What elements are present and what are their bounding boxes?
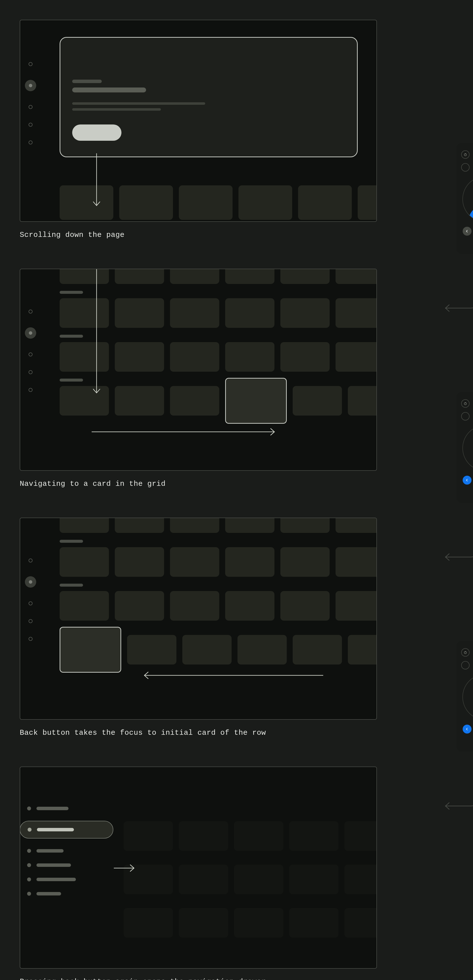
drawer-item[interactable] — [27, 849, 113, 853]
dpad[interactable] — [462, 176, 473, 222]
content-card[interactable] — [335, 591, 377, 620]
content-card[interactable] — [115, 269, 164, 284]
power-button[interactable] — [461, 150, 470, 159]
content-card — [289, 908, 338, 938]
power-button[interactable] — [461, 648, 470, 657]
dpad[interactable] — [462, 425, 473, 471]
drawer-item[interactable] — [27, 863, 113, 867]
content-card[interactable] — [115, 386, 164, 415]
content-card[interactable] — [170, 298, 219, 328]
content-card[interactable] — [115, 298, 164, 328]
content-card[interactable] — [238, 185, 292, 220]
power-button[interactable] — [461, 399, 470, 408]
hero-featured-card[interactable] — [60, 37, 358, 157]
content-card[interactable] — [335, 547, 377, 577]
nav-dot[interactable] — [29, 352, 33, 356]
content-card[interactable] — [170, 518, 219, 533]
content-card[interactable] — [60, 518, 109, 533]
nav-dot-active[interactable] — [25, 576, 36, 588]
nav-dot[interactable] — [29, 310, 33, 313]
content-card[interactable] — [335, 269, 377, 284]
generic-button[interactable] — [461, 163, 470, 172]
nav-dot[interactable] — [29, 619, 33, 623]
content-card[interactable] — [280, 591, 330, 620]
generic-button[interactable] — [461, 412, 470, 420]
content-card[interactable] — [335, 298, 377, 328]
content-card[interactable] — [170, 386, 219, 415]
content-grid — [60, 269, 377, 424]
content-card[interactable] — [127, 635, 176, 665]
hero-title-placeholder — [72, 88, 146, 92]
drawer-item-selected[interactable] — [20, 821, 113, 838]
content-card[interactable] — [280, 298, 330, 328]
content-card[interactable] — [60, 298, 109, 328]
back-button[interactable] — [463, 227, 471, 235]
content-card[interactable] — [115, 518, 164, 533]
back-button-highlighted[interactable] — [463, 476, 471, 485]
content-card[interactable] — [335, 342, 377, 372]
content-card[interactable] — [60, 185, 113, 220]
content-card[interactable] — [298, 185, 352, 220]
nav-dot[interactable] — [29, 558, 33, 562]
content-card[interactable] — [280, 518, 330, 533]
nav-dot[interactable] — [29, 601, 33, 605]
content-card[interactable] — [293, 386, 342, 415]
content-card[interactable] — [170, 269, 219, 284]
drawer-item[interactable] — [27, 892, 113, 896]
nav-dot-active[interactable] — [25, 327, 36, 339]
nav-dot[interactable] — [29, 105, 33, 109]
content-card-focused[interactable] — [225, 378, 287, 424]
content-card[interactable] — [115, 342, 164, 372]
nav-dot-active[interactable] — [25, 80, 36, 91]
content-card[interactable] — [170, 547, 219, 577]
dpad-down-highlighted[interactable] — [468, 205, 473, 222]
content-card[interactable] — [60, 386, 109, 415]
content-card[interactable] — [225, 518, 275, 533]
hero-cta-button[interactable] — [72, 124, 121, 141]
content-card[interactable] — [348, 386, 377, 415]
drawer-item[interactable] — [27, 807, 113, 810]
content-card[interactable] — [280, 342, 330, 372]
content-card[interactable] — [179, 185, 233, 220]
content-card-focused[interactable] — [60, 627, 121, 673]
content-card[interactable] — [225, 269, 275, 284]
content-card[interactable] — [348, 635, 377, 665]
generic-button[interactable] — [461, 661, 470, 670]
content-card[interactable] — [335, 518, 377, 533]
content-card — [179, 821, 228, 851]
hero-desc-placeholder — [72, 108, 161, 111]
content-card[interactable] — [60, 547, 109, 577]
content-card[interactable] — [182, 635, 232, 665]
content-card[interactable] — [225, 547, 275, 577]
content-card[interactable] — [60, 342, 109, 372]
content-card[interactable] — [358, 185, 377, 220]
content-card[interactable] — [238, 635, 287, 665]
content-card[interactable] — [60, 591, 109, 620]
content-card — [344, 908, 377, 938]
nav-dot[interactable] — [29, 370, 33, 374]
content-card[interactable] — [170, 342, 219, 372]
nav-dot[interactable] — [29, 123, 33, 127]
remote-control — [456, 641, 473, 752]
content-card[interactable] — [225, 298, 275, 328]
nav-dot[interactable] — [29, 388, 33, 392]
content-card[interactable] — [225, 591, 275, 620]
content-card[interactable] — [115, 547, 164, 577]
content-row — [60, 591, 377, 620]
content-grid — [60, 518, 377, 673]
nav-dot[interactable] — [29, 140, 33, 145]
dpad[interactable] — [462, 674, 473, 720]
content-card[interactable] — [119, 185, 173, 220]
back-button-highlighted[interactable] — [463, 725, 471, 733]
content-card[interactable] — [115, 591, 164, 620]
content-card[interactable] — [170, 591, 219, 620]
content-card[interactable] — [225, 342, 275, 372]
content-card[interactable] — [293, 635, 342, 665]
content-card[interactable] — [60, 269, 109, 284]
hero-overline-placeholder — [72, 80, 102, 83]
nav-dot[interactable] — [29, 62, 33, 66]
content-card[interactable] — [280, 269, 330, 284]
nav-dot[interactable] — [29, 637, 33, 641]
drawer-item[interactable] — [27, 877, 113, 881]
content-card[interactable] — [280, 547, 330, 577]
